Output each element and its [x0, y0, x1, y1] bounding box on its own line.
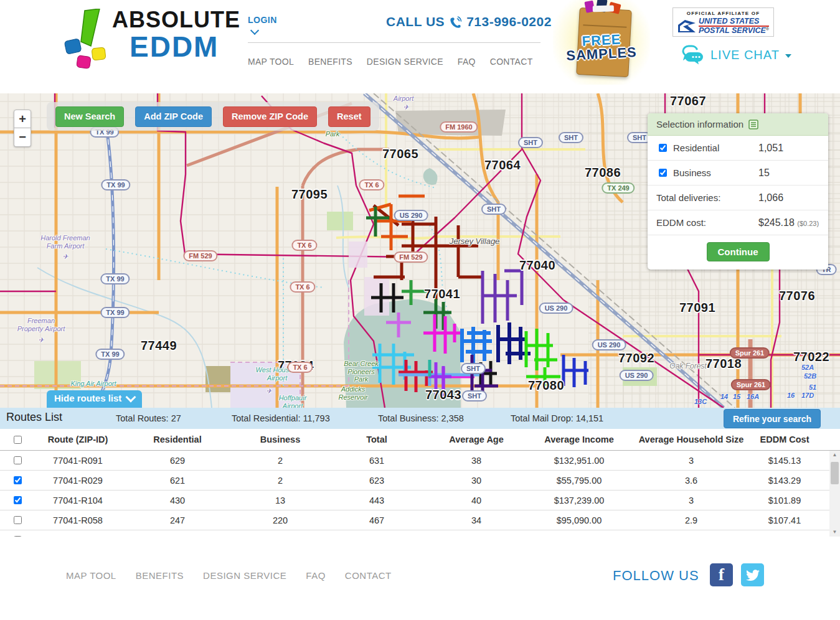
total-mail-drop-stat: Total Mail Drop: 14,151: [511, 413, 603, 423]
remove-zip-code-button[interactable]: Remove ZIP Code: [223, 106, 317, 127]
usps-line2: POSTAL SERVICE: [699, 26, 766, 35]
zip-label-77065: 77065: [382, 147, 418, 161]
new-search-button[interactable]: New Search: [55, 106, 124, 127]
cell-business: 2: [234, 456, 327, 466]
col-eddm-cost[interactable]: EDDM Cost: [750, 434, 819, 444]
residential-checkbox[interactable]: [659, 144, 667, 152]
zip-label-77080: 77080: [528, 378, 564, 393]
cell-income: $55,795.00: [526, 476, 632, 486]
logo[interactable]: ABSOLUTE EDDM: [64, 9, 237, 71]
col-business[interactable]: Business: [234, 434, 327, 444]
cell-business: 2: [234, 476, 327, 486]
place-airport-top: Airport: [394, 95, 413, 103]
residential-row: Residential 1,051: [648, 136, 828, 161]
shield-us290: US 290: [592, 339, 626, 350]
row-checkbox[interactable]: [14, 496, 22, 504]
live-chat[interactable]: LIVE CHAT: [681, 45, 791, 65]
call-us: CALL US 713-996-0202: [386, 14, 552, 29]
refine-your-search-button[interactable]: Refine your search: [724, 409, 821, 428]
shield-sht: SHT: [518, 137, 543, 148]
routes-list-title: Routes List: [6, 411, 62, 424]
map-toolbar: New Search Add ZIP Code Remove ZIP Code …: [47, 102, 379, 131]
place-freeman-property-airport: Freeman Property Airport: [17, 317, 65, 332]
shield-spur261: Spur 261: [731, 379, 771, 390]
selection-info-panel: Selection information Residential 1,051 …: [648, 113, 828, 270]
add-zip-code-button[interactable]: Add ZIP Code: [135, 106, 212, 127]
exit-number: 51: [809, 383, 816, 391]
col-route[interactable]: Route (ZIP-ID): [34, 434, 121, 444]
scroll-up-arrow[interactable]: ▲: [829, 451, 840, 459]
hide-routes-list-button[interactable]: Hide routes list: [47, 390, 142, 408]
col-average-age[interactable]: Average Age: [427, 434, 526, 444]
scrollbar-thumb[interactable]: [831, 462, 839, 484]
col-average-household[interactable]: Average Household Size: [632, 434, 750, 444]
zoom-in-button[interactable]: +: [14, 110, 31, 128]
business-value: 15: [758, 167, 770, 179]
facebook-icon[interactable]: f: [710, 563, 733, 586]
nav-contact[interactable]: CONTACT: [490, 57, 533, 67]
place-jersey-village: Jersey Village: [450, 237, 500, 247]
shield-tx6: TX 6: [290, 281, 315, 293]
table-scrollbar[interactable]: ▲ ▼: [829, 451, 840, 537]
col-total[interactable]: Total: [327, 434, 427, 444]
phone-icon: [449, 16, 462, 29]
place-harold-freeman-airport: Harold Freeman Farm Airport: [40, 234, 90, 250]
footer-nav-contact[interactable]: CONTACT: [345, 570, 392, 581]
total-residential-stat: Total Residential: 11,793: [232, 413, 330, 423]
eddm-cost-per-piece: ($0.23): [797, 220, 819, 227]
shield-tx6: TX 6: [291, 240, 317, 251]
col-residential[interactable]: Residential: [121, 434, 234, 444]
shield-us290: US 290: [394, 210, 428, 221]
select-all-checkbox[interactable]: [14, 436, 22, 444]
login-link[interactable]: LOGIN: [248, 15, 277, 25]
col-average-income[interactable]: Average Income: [526, 434, 632, 444]
continue-button[interactable]: Continue: [707, 242, 770, 261]
exit-number: 14: [720, 393, 728, 400]
cell-residential: 430: [121, 496, 234, 505]
nav-design-service[interactable]: DESIGN SERVICE: [367, 57, 443, 67]
live-chat-caret-icon: [785, 54, 791, 58]
free-samples-banner[interactable]: FREE SAMPLES: [553, 0, 650, 85]
nav-faq[interactable]: FAQ: [458, 57, 476, 67]
shield-tx6: TX 6: [359, 179, 384, 190]
plane-icon-harold: ✈: [62, 253, 68, 261]
reset-button[interactable]: Reset: [328, 106, 370, 127]
selection-info-header: Selection information: [648, 113, 828, 136]
row-checkbox[interactable]: [14, 456, 22, 464]
table-row[interactable]: 77041-R104 430 13 443 40 $137,239.00 3 $…: [0, 491, 840, 510]
zip-label-77091: 77091: [679, 301, 715, 315]
shield-sht: SHT: [481, 204, 506, 215]
login-chevron-icon[interactable]: [250, 26, 259, 35]
row-checkbox[interactable]: [14, 516, 22, 524]
phone-number[interactable]: 713-996-0202: [466, 14, 552, 29]
table-row[interactable]: 77041-R029 621 2 623 30 $55,795.00 3.6 $…: [0, 471, 840, 491]
place-oak-forest: Oak Forest: [669, 362, 706, 371]
footer-nav-design-service[interactable]: DESIGN SERVICE: [203, 570, 286, 581]
plane-icon-west-houston: ✈: [266, 387, 271, 395]
shield-us290: US 290: [620, 370, 654, 381]
shield-fm529: FM 529: [183, 250, 217, 261]
scroll-down-arrow[interactable]: ▼: [829, 528, 840, 537]
shield-sht: SHT: [559, 132, 583, 143]
map-canvas[interactable]: 77067 77065 77064 77086 77095 77040 7704…: [0, 93, 840, 408]
twitter-icon[interactable]: [741, 563, 764, 586]
table-row[interactable]: 77041-R058 247 220 467 34 $95,090.00 2.9…: [0, 510, 840, 530]
table-row[interactable]: 77041-R144 500 1 501 37 $101,871.00 3 $1…: [0, 530, 840, 537]
eddm-cost-row: EDDM cost: $245.18 ($0.23): [648, 210, 828, 235]
business-checkbox[interactable]: [659, 169, 667, 177]
zip-label-77092: 77092: [618, 351, 654, 365]
table-row[interactable]: 77041-R091 629 2 631 38 $132,951.00 3 $1…: [0, 451, 840, 471]
footer-nav-faq[interactable]: FAQ: [306, 570, 326, 581]
footer-nav-map-tool[interactable]: MAP TOOL: [66, 570, 116, 581]
usps-affiliate-badge: OFFICIAL AFFILIATE OF UNITED STATES POST…: [672, 7, 774, 37]
nav-map-tool[interactable]: MAP TOOL: [248, 57, 294, 67]
footer-nav-benefits[interactable]: BENEFITS: [136, 570, 184, 581]
cell-total: 443: [327, 496, 427, 505]
cell-age: 34: [427, 515, 526, 525]
cell-household: 2.9: [632, 515, 750, 525]
row-checkbox[interactable]: [14, 476, 22, 484]
map-zoom-control: + −: [14, 110, 31, 147]
nav-benefits[interactable]: BENEFITS: [308, 57, 352, 67]
live-chat-label[interactable]: LIVE CHAT: [710, 48, 780, 62]
zoom-out-button[interactable]: −: [14, 128, 31, 147]
